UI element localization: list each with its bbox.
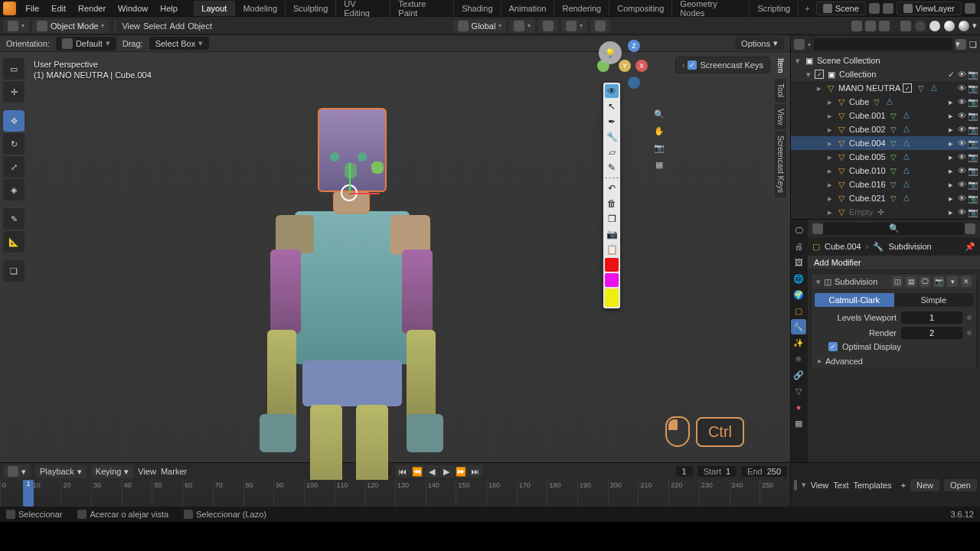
outliner-item-cube-010[interactable]: ▸▽Cube.010▸👁📷 [791,164,980,178]
tab-render[interactable]: 🖵 [791,223,806,238]
end-frame-field[interactable]: End250 [741,466,787,477]
workspace-tab-modeling[interactable]: Modeling [235,1,286,16]
outliner-item-cube-021[interactable]: ▸▽Cube.021▸👁📷 [791,191,980,205]
mesh-data-icon[interactable] [888,124,899,135]
timeline-ruler[interactable]: 0102030405060708090100110120130140150160… [0,480,790,507]
orientation-dropdown[interactable]: Default▾ [56,37,116,51]
camera-view-icon[interactable]: 📷 [652,141,666,155]
menu-render[interactable]: Render [72,1,112,16]
workspace-tab-shading[interactable]: Shading [454,1,501,16]
shading-rendered-icon[interactable] [959,21,969,31]
seg-simple[interactable]: Simple [894,293,974,307]
editor-type-selector[interactable]: ▾ [3,19,29,33]
eye-icon[interactable]: 👁 [957,70,966,80]
workspace-tab-animation[interactable]: Animation [501,1,555,16]
modifier-delete-icon[interactable]: ✕ [961,276,972,287]
tool-cursor[interactable]: ✛ [3,81,24,103]
modifier-icon[interactable] [884,96,895,107]
mesh-data-icon[interactable] [888,193,899,204]
disable-icon[interactable]: ▸ [946,180,956,190]
te-menu-text[interactable]: Text [833,481,848,490]
transform-orientation-button[interactable]: Global▾ [453,19,507,33]
xray-toggle-icon[interactable] [900,21,911,31]
breadcrumb-object[interactable]: Cube.004 [825,242,861,251]
add-workspace-button[interactable]: + [799,1,815,16]
add-modifier-button[interactable]: Add Modifier [808,255,980,270]
shading-solid-icon[interactable] [929,21,940,31]
modifier-oncage-icon[interactable]: ◫ [892,276,903,287]
eye-icon[interactable]: 👁 [957,139,966,148]
zoom-icon[interactable]: 🔍 [652,107,666,121]
outliner-item-empty[interactable]: ▸▽Empty✛▸👁📷 [791,205,980,219]
mesh-data-icon[interactable] [888,152,899,162]
eye-icon[interactable]: 👁 [957,83,966,93]
timeline-editor-icon[interactable]: ▾ [3,465,31,478]
optimal-display-checkbox[interactable]: ✓ [828,342,838,351]
modifier-editmode-icon[interactable]: ▤ [906,276,916,287]
modifier-name[interactable]: Subdivision [835,277,889,286]
strip-copy-icon[interactable]: ❐ [605,212,619,226]
outliner-item-cube[interactable]: ▸▽Cube▸👁📷 [791,95,980,109]
viewlayer-selector[interactable]: ViewLayer [897,2,962,15]
chevron-right-icon[interactable]: › [682,60,685,70]
modifier-icon[interactable] [901,165,912,176]
viewlayer-new-icon[interactable] [965,3,975,14]
keyframe-next-button[interactable]: ⏩ [454,465,468,478]
menu-help[interactable]: Help [154,1,184,16]
pivot-point-button[interactable]: ▾ [509,19,535,33]
workspace-tab-scripting[interactable]: Scripting [750,1,799,16]
modifier-collapse-icon[interactable]: ▾ [816,277,821,287]
modifier-realtime-icon[interactable]: 🖵 [920,276,930,287]
render-icon[interactable]: 📷 [968,166,977,176]
disable-icon[interactable]: ▸ [946,152,956,162]
npanel-tab-item[interactable]: Item [775,54,786,77]
menu-edit[interactable]: Edit [45,1,72,16]
scene-selector[interactable]: Scene [816,2,866,15]
subdivision-type-segcontrol[interactable]: Catmull-Clark Simple [815,293,973,307]
tab-viewlayer[interactable]: 🖼 [791,255,806,270]
mesh-data-icon[interactable] [888,138,899,148]
current-frame-field[interactable]: 1 [676,466,693,477]
collection-checkbox[interactable]: ✓ [815,70,824,79]
menu-file[interactable]: File [19,1,45,16]
text-editor-icon[interactable] [794,480,797,491]
tool-annotate[interactable]: ✎ [3,208,24,230]
modifier-icon[interactable] [901,138,912,148]
seg-catmull[interactable]: Catmull-Clark [815,293,894,307]
disclosure-icon[interactable]: ▸ [826,152,834,162]
collection-exclude-icon[interactable]: ✓ [946,70,956,80]
strip-color-magenta[interactable] [605,273,619,287]
render-icon[interactable]: 📷 [968,125,977,135]
menu-view[interactable]: View [122,21,140,31]
levels-viewport-field[interactable]: 1 [901,311,962,324]
tool-scale[interactable]: ⤢ [3,156,24,178]
scene-browse-icon[interactable] [869,3,880,14]
tl-menu-marker[interactable]: Marker [161,467,187,476]
tool-move[interactable]: ✥ [3,110,24,132]
te-menu-templates[interactable]: Templates [853,481,891,490]
strip-color-yellow[interactable] [605,289,619,307]
outliner-item-cube-005[interactable]: ▸▽Cube.005▸👁📷 [791,150,980,164]
render-icon[interactable]: 📷 [968,70,977,80]
tab-particles[interactable]: ✨ [791,335,806,350]
strip-pen-icon[interactable]: ✒ [605,115,619,129]
disclosure-icon[interactable]: ▸ [826,111,834,121]
outliner-item-cube-001[interactable]: ▸▽Cube.001▸👁📷 [791,109,980,122]
disable-icon[interactable]: ▸ [946,207,956,217]
mesh-data-icon[interactable] [888,165,899,176]
strip-trash-icon[interactable]: 🗑 [605,197,619,210]
properties-search[interactable]: 🔍 [823,223,965,235]
eye-icon[interactable]: 👁 [957,125,966,135]
tab-output[interactable]: 🖨 [791,239,806,254]
modifier-icon[interactable] [901,110,912,121]
playhead[interactable]: 1 [23,480,34,507]
menu-add[interactable]: Add [170,21,185,31]
strip-annotate-icon[interactable]: ✎ [605,161,619,174]
workspace-tab-layout[interactable]: Layout [194,1,235,16]
disable-icon[interactable]: ▸ [946,194,956,204]
strip-wrench-icon[interactable]: 🔧 [605,130,619,144]
tab-physics[interactable]: ⚛ [791,351,806,367]
tab-texture[interactable]: ▦ [791,416,806,431]
disable-icon[interactable]: ▸ [946,139,956,148]
outliner-scene-collection[interactable]: ▾▣ Scene Collection [791,54,980,67]
